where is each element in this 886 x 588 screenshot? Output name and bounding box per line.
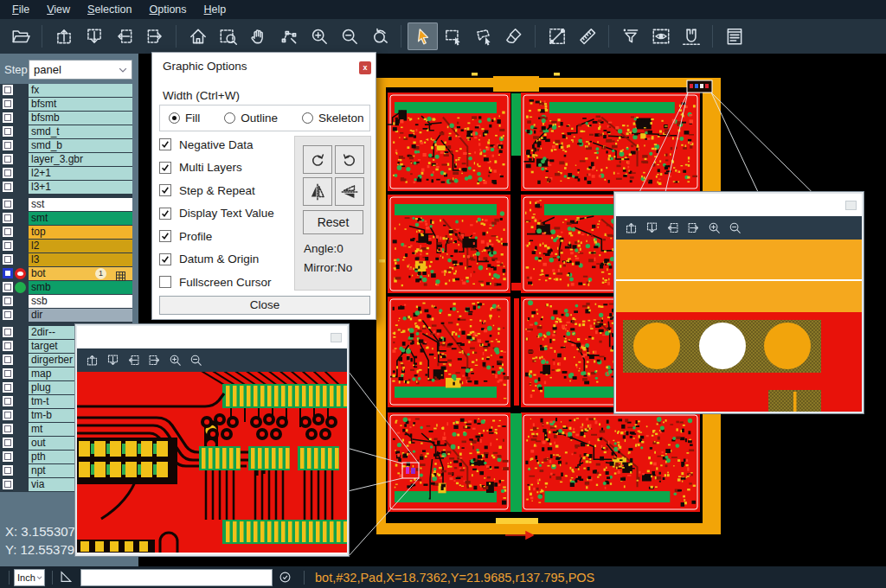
checkbox[interactable] bbox=[159, 162, 171, 174]
layer-checkbox-ssb[interactable] bbox=[3, 296, 13, 306]
layer-name-top[interactable]: top bbox=[29, 226, 132, 239]
reset-button[interactable]: Reset bbox=[303, 210, 363, 234]
checkbox[interactable] bbox=[159, 253, 171, 265]
zoom2-titlebar[interactable] bbox=[616, 194, 862, 216]
tool-filter[interactable] bbox=[615, 22, 645, 50]
layer-checkbox-top[interactable] bbox=[3, 227, 13, 237]
radio-outline[interactable]: Outline bbox=[224, 112, 278, 125]
zoom2-tool-shift-down[interactable] bbox=[641, 219, 662, 238]
tool-home-view[interactable] bbox=[183, 22, 213, 50]
zoom1-tool-shift-down[interactable] bbox=[102, 351, 123, 370]
tool-open-file[interactable] bbox=[5, 22, 35, 50]
checkbox[interactable] bbox=[159, 230, 171, 242]
zoom2-window-button[interactable] bbox=[845, 201, 857, 210]
unit-select[interactable]: Inch bbox=[14, 569, 45, 586]
tool-zoom-previous[interactable] bbox=[364, 22, 395, 50]
layer-checkbox-out[interactable] bbox=[3, 438, 13, 448]
checkbox[interactable] bbox=[159, 184, 171, 196]
layer-checkbox-l2[interactable] bbox=[3, 240, 13, 251]
tool-measure-distance[interactable] bbox=[542, 22, 572, 50]
radio-dot[interactable] bbox=[302, 112, 313, 124]
tool-shift-left[interactable] bbox=[109, 22, 139, 50]
layer-name-dir[interactable]: dir bbox=[29, 309, 132, 322]
mirror-v-button[interactable] bbox=[335, 177, 364, 206]
layer-checkbox-smt[interactable] bbox=[3, 213, 13, 223]
radio-fill[interactable]: Fill bbox=[169, 112, 200, 125]
tool-vertex-edit[interactable] bbox=[273, 22, 304, 50]
layer-name-sst[interactable]: sst bbox=[29, 198, 132, 211]
radio-skeleton[interactable]: Skeleton bbox=[302, 112, 364, 125]
close-icon[interactable]: x bbox=[359, 61, 371, 74]
layer-checkbox-tm-b[interactable] bbox=[3, 410, 13, 420]
tool-pan[interactable] bbox=[243, 22, 273, 50]
tool-shift-up[interactable] bbox=[48, 22, 79, 50]
zoom2-tool-zoom-out[interactable] bbox=[724, 219, 745, 238]
layer-name-smt[interactable]: smt bbox=[29, 212, 132, 225]
layer-checkbox-pth[interactable] bbox=[3, 451, 13, 462]
layer-checkbox-dirgerber[interactable] bbox=[3, 355, 13, 365]
layer-name-l2+1[interactable]: l2+1 bbox=[29, 167, 132, 180]
zoom2-tool-shift-up[interactable] bbox=[620, 219, 641, 238]
tool-snap[interactable] bbox=[676, 22, 706, 50]
layer-checkbox-l2+1[interactable] bbox=[3, 168, 13, 178]
tool-zoom-window[interactable] bbox=[213, 22, 243, 50]
layer-name-bfsmb[interactable]: bfsmb bbox=[29, 112, 132, 125]
tool-rect-select[interactable] bbox=[438, 22, 468, 50]
menu-selection[interactable]: Selection bbox=[79, 0, 140, 19]
layer-name-smb[interactable]: smb bbox=[29, 281, 132, 294]
zoom1-window-button[interactable] bbox=[331, 333, 342, 342]
checkbox[interactable] bbox=[159, 138, 171, 150]
layer-checkbox-target[interactable] bbox=[3, 341, 13, 351]
zoom1-tool-shift-right[interactable] bbox=[144, 351, 164, 370]
checkbox[interactable] bbox=[159, 208, 171, 220]
zoom1-tool-zoom-in[interactable] bbox=[164, 351, 185, 370]
tool-pointer-select[interactable] bbox=[408, 22, 438, 50]
apply-icon[interactable] bbox=[278, 570, 293, 585]
layer-checkbox-mt[interactable] bbox=[3, 424, 13, 434]
layer-checkbox-via[interactable] bbox=[3, 479, 13, 489]
layer-checkbox-bot[interactable] bbox=[3, 268, 13, 278]
visible-layer-icon[interactable] bbox=[15, 282, 26, 293]
tool-shift-down[interactable] bbox=[79, 22, 109, 50]
checkbox[interactable] bbox=[159, 276, 171, 288]
layer-checkbox-plug[interactable] bbox=[3, 382, 13, 393]
option-display-text-value[interactable]: Display Text Value bbox=[159, 205, 274, 222]
tool-brush-clean[interactable] bbox=[498, 22, 529, 50]
layer-checkbox-npt[interactable] bbox=[3, 465, 13, 476]
layer-checkbox-smd_b[interactable] bbox=[3, 140, 13, 150]
tool-shift-right[interactable] bbox=[139, 22, 170, 50]
zoom1-titlebar[interactable] bbox=[77, 326, 347, 348]
zoom2-tool-shift-left[interactable] bbox=[662, 219, 683, 238]
layer-name-smd_b[interactable]: smd_b bbox=[29, 139, 132, 152]
layer-checkbox-l3[interactable] bbox=[3, 254, 13, 265]
layer-checkbox-smb[interactable] bbox=[3, 282, 13, 292]
menu-view[interactable]: View bbox=[38, 0, 79, 19]
layer-name-l3+1[interactable]: l3+1 bbox=[29, 181, 132, 194]
rotate-cw-button[interactable] bbox=[303, 145, 332, 174]
option-multi-layers[interactable]: Multi Layers bbox=[159, 159, 242, 176]
layer-name-l2[interactable]: l2 bbox=[29, 240, 132, 252]
layer-checkbox-map[interactable] bbox=[3, 368, 13, 379]
option-fullscreen-cursor[interactable]: Fullscreen Cursor bbox=[159, 273, 272, 291]
layer-checkbox-2dir--[interactable] bbox=[3, 327, 13, 337]
zoom1-tool-shift-left[interactable] bbox=[123, 351, 144, 370]
menu-options[interactable]: Options bbox=[140, 0, 195, 19]
layer-checkbox-l3+1[interactable] bbox=[3, 182, 13, 192]
zoom2-tool-shift-right[interactable] bbox=[683, 219, 703, 238]
layer-checkbox-dir[interactable] bbox=[3, 310, 13, 320]
layer-checkbox-tm-t[interactable] bbox=[3, 396, 13, 406]
layer-checkbox-bfsmt[interactable] bbox=[3, 99, 13, 109]
layer-name-bfsmt[interactable]: bfsmt bbox=[29, 98, 132, 111]
layer-name-layer_3.gbr[interactable]: layer_3.gbr bbox=[29, 153, 132, 166]
layer-checkbox-sst[interactable] bbox=[3, 199, 13, 209]
option-step-repeat[interactable]: Step & Repeat bbox=[159, 182, 255, 199]
active-layer-icon[interactable] bbox=[15, 268, 26, 279]
option-profile[interactable]: Profile bbox=[159, 227, 212, 245]
layer-checkbox-fx[interactable] bbox=[3, 85, 13, 95]
layer-name-smd_t[interactable]: smd_t bbox=[29, 125, 132, 138]
layer-name-ssb[interactable]: ssb bbox=[29, 295, 132, 308]
zoom1-tool-shift-up[interactable] bbox=[81, 351, 102, 370]
tool-zoom-in[interactable] bbox=[304, 22, 334, 50]
layer-checkbox-smd_t[interactable] bbox=[3, 126, 13, 137]
mirror-h-button[interactable] bbox=[303, 177, 332, 206]
